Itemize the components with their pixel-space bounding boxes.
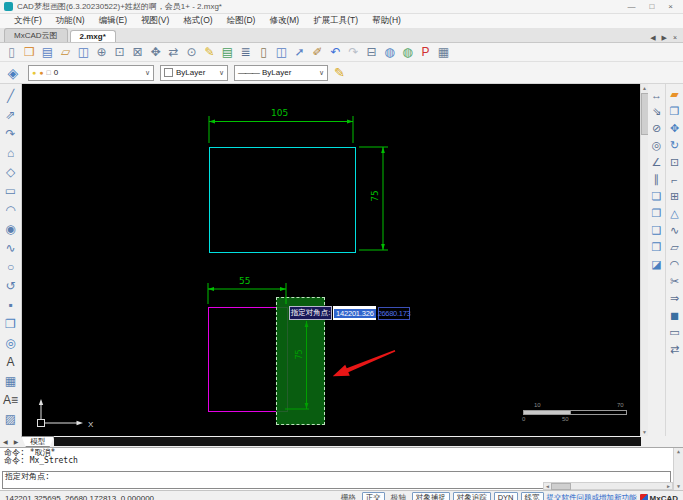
feedback-link[interactable]: 提交软件问题或增加新功能 [547, 493, 637, 500]
zoom-in-icon[interactable]: ⊕ [93, 44, 110, 60]
copy-base-icon[interactable]: ❐ [649, 205, 665, 222]
cyan-rectangle[interactable] [209, 147, 356, 253]
status-toggle[interactable]: 正交 [362, 492, 385, 500]
open-folder-icon[interactable]: ▱ [57, 44, 74, 60]
pan-icon[interactable]: ✥ [147, 44, 164, 60]
layer-dropdown[interactable]: ●●□ 0 ∨ [28, 65, 154, 81]
undo-icon[interactable]: ↶ [327, 44, 344, 60]
color-pencil-icon[interactable]: ✎ [334, 65, 345, 80]
mtext-lines-icon[interactable]: ≣ [237, 44, 254, 60]
command-window[interactable]: 命令: *取消*命令: Mx_Stretch以交叉窗口选择要拉伸的对象 指定对角… [0, 447, 683, 490]
scroll-down-icon[interactable]: ▼ [642, 428, 647, 436]
linear-dim-icon[interactable]: ↔ [649, 86, 665, 103]
polygon-icon[interactable]: ⌂ [2, 143, 20, 162]
dyn-x-input[interactable]: 142201.326 [333, 306, 376, 320]
arc-segment-icon[interactable]: ↷ [2, 124, 20, 143]
draw-edit-icon[interactable]: ✎ [201, 44, 218, 60]
save-file-icon[interactable]: ▤ [39, 44, 56, 60]
array-icon[interactable]: ⊞ [667, 188, 683, 205]
scroll-up-icon[interactable]: ▲ [642, 84, 647, 92]
dyn-y-input[interactable]: 26680.173 [378, 307, 410, 320]
circle-icon[interactable]: ◉ [2, 219, 20, 238]
menu-item[interactable]: 功能(N) [50, 14, 91, 28]
revcloud-icon[interactable]: ↺ [2, 276, 20, 295]
canvas-horizontal-scrollbar[interactable] [54, 437, 641, 446]
network-icon[interactable]: ◍ [399, 44, 416, 60]
color-dropdown[interactable]: ByLayer ∨ [160, 65, 228, 81]
status-toggle[interactable]: 线宽 [521, 492, 544, 500]
block-3d-icon[interactable]: ◼ [667, 307, 683, 324]
radius-dim-icon[interactable]: ◎ [649, 137, 665, 154]
new-file-icon[interactable]: ▯ [3, 44, 20, 60]
status-toggle[interactable]: 对象捕捉 [412, 492, 450, 500]
zoom-object-icon[interactable]: ⊙ [183, 44, 200, 60]
menu-item[interactable]: 格式(O) [177, 14, 218, 28]
maximize-button[interactable]: □ [649, 2, 654, 11]
linetype-dropdown[interactable]: ——— ByLayer ∨ [234, 65, 328, 81]
zoom-extents-icon[interactable]: ⊠ [129, 44, 146, 60]
insert-image-icon[interactable]: ▦ [435, 44, 452, 60]
trim-icon[interactable]: ✂ [667, 273, 683, 290]
paste-block-icon[interactable]: ❒ [649, 239, 665, 256]
drawing-canvas[interactable]: X 105 75 55 75 10 70 0 50 指定对角点: 142201.… [22, 84, 640, 436]
minimize-button[interactable]: — [627, 2, 635, 11]
tab-model[interactable]: 模型 [21, 436, 54, 447]
tab-prev-icon[interactable]: ◀ [650, 34, 655, 42]
offset-icon[interactable]: ⌐ [667, 171, 683, 188]
menu-item[interactable]: 帮助(H) [366, 14, 407, 28]
mirror-icon[interactable]: △ [667, 205, 683, 222]
line-icon[interactable]: ╱ [2, 86, 20, 105]
copy-icon[interactable]: ❐ [667, 103, 683, 120]
print-icon[interactable]: ⊟ [363, 44, 380, 60]
diameter-dim-icon[interactable]: ⊘ [649, 120, 665, 137]
rectangle-icon[interactable]: ▭ [2, 181, 20, 200]
join-icon[interactable]: ⇄ [667, 341, 683, 358]
color-lines-icon[interactable]: ▤ [219, 44, 236, 60]
status-toggle[interactable]: 对象追踪 [453, 492, 491, 500]
menu-item[interactable]: 编辑(E) [93, 14, 133, 28]
arc-icon[interactable]: ◠ [2, 200, 20, 219]
redo-icon[interactable]: ↷ [345, 44, 362, 60]
status-toggle[interactable]: DYN [494, 492, 518, 500]
aligned-dim-icon[interactable]: ⇘ [649, 103, 665, 120]
scrollbar-thumb[interactable] [551, 483, 571, 490]
zoom-window-icon[interactable]: ⊡ [111, 44, 128, 60]
select-icon[interactable]: ➚ [291, 44, 308, 60]
export-pdf-icon[interactable]: P [417, 44, 434, 60]
open-drawing-icon[interactable]: ❒ [21, 44, 38, 60]
dim-style-icon[interactable]: ∥ [649, 171, 665, 188]
command-horizontal-scrollbar[interactable]: ◀ ▶ [543, 482, 673, 490]
erase-icon[interactable]: ▰ [667, 86, 683, 103]
fillet-icon[interactable]: ◠ [667, 256, 683, 273]
block-attr-icon[interactable]: ◎ [2, 333, 20, 352]
rotate-icon[interactable]: ↻ [667, 137, 683, 154]
pedit-icon[interactable]: ▱ [667, 239, 683, 256]
block-icon[interactable]: ❐ [2, 314, 20, 333]
image-icon[interactable]: ▦ [2, 371, 20, 390]
layers-icon[interactable]: ◈ [4, 65, 22, 81]
canvas-vertical-scrollbar[interactable]: ▲ ▼ [640, 84, 648, 436]
spline-edit-icon[interactable]: ∿ [667, 222, 683, 239]
menu-item[interactable]: 绘图(D) [221, 14, 262, 28]
text-icon[interactable]: A [2, 352, 20, 371]
tab-close-icon[interactable]: × [673, 34, 677, 42]
scroll-right-icon[interactable]: ▶ [665, 483, 672, 489]
point-icon[interactable]: ▪ [2, 295, 20, 314]
scale-icon[interactable]: ⊡ [667, 154, 683, 171]
zoom-scale-icon[interactable]: ⇄ [165, 44, 182, 60]
ray-icon[interactable]: ⇗ [2, 105, 20, 124]
menu-item[interactable]: 文件(F) [8, 14, 48, 28]
status-toggle[interactable]: 栅格 [338, 493, 359, 500]
move-icon[interactable]: ✥ [667, 120, 683, 137]
extend-icon[interactable]: ⇒ [667, 290, 683, 307]
layout-prev-icon[interactable]: ◀ [0, 436, 11, 447]
save-image-icon[interactable]: ◫ [273, 44, 290, 60]
tab-2mxg[interactable]: 2.mxg* [70, 30, 116, 42]
close-button[interactable]: × [668, 2, 673, 11]
command-vertical-scrollbar[interactable]: ▲ ▼ [673, 448, 683, 490]
menu-item[interactable]: 修改(M) [263, 14, 305, 28]
angular-dim-icon[interactable]: ∠ [649, 154, 665, 171]
match-prop-icon[interactable]: ◪ [649, 256, 665, 273]
scroll-down-icon[interactable]: ▼ [677, 483, 680, 490]
scroll-up-icon[interactable]: ▲ [677, 448, 680, 455]
